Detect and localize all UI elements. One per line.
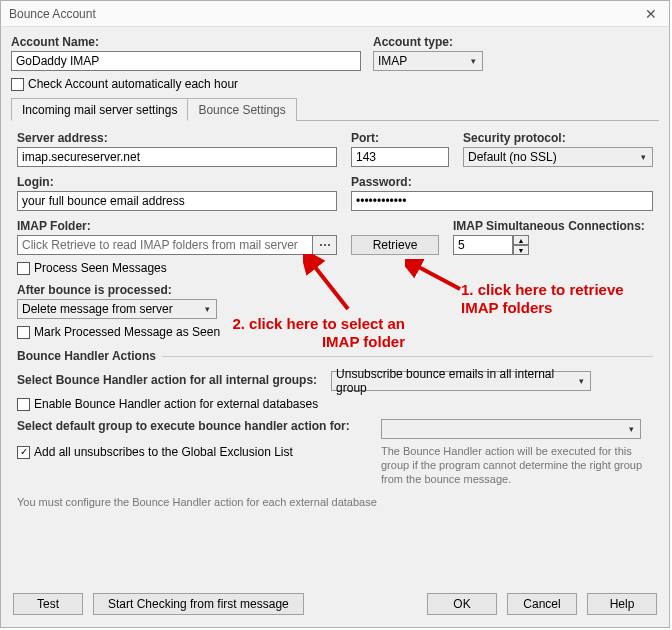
tab-bounce[interactable]: Bounce Settings <box>187 98 296 121</box>
imap-conn-input[interactable] <box>453 235 513 255</box>
process-seen-checkbox[interactable] <box>17 262 30 275</box>
server-address-input[interactable] <box>17 147 337 167</box>
imap-folder-input[interactable] <box>17 235 313 255</box>
bh-add-unsub-label: Add all unsubscribes to the Global Exclu… <box>34 445 293 459</box>
check-auto-checkbox[interactable] <box>11 78 24 91</box>
bounce-account-dialog: Bounce Account ✕ Account Name: Account t… <box>0 0 670 628</box>
bh-internal-label: Select Bounce Handler action for all int… <box>17 373 317 387</box>
ok-button[interactable]: OK <box>427 593 497 615</box>
port-input[interactable] <box>351 147 449 167</box>
tab-incoming[interactable]: Incoming mail server settings <box>11 98 188 121</box>
login-input[interactable] <box>17 191 337 211</box>
bh-add-unsub-checkbox[interactable] <box>17 446 30 459</box>
process-seen-label: Process Seen Messages <box>34 261 167 275</box>
account-name-input[interactable] <box>11 51 361 71</box>
bh-external-enable-checkbox[interactable] <box>17 398 30 411</box>
window-title: Bounce Account <box>9 7 96 21</box>
titlebar: Bounce Account ✕ <box>1 1 669 27</box>
security-label: Security protocol: <box>463 131 653 145</box>
port-label: Port: <box>351 131 449 145</box>
imap-conn-stepper[interactable]: ▲ ▼ <box>453 235 653 255</box>
password-label: Password: <box>351 175 653 189</box>
help-button[interactable]: Help <box>587 593 657 615</box>
bh-default-group-select[interactable] <box>381 419 641 439</box>
imap-conn-down[interactable]: ▼ <box>513 245 529 255</box>
password-input[interactable] <box>351 191 653 211</box>
account-type-label: Account type: <box>373 35 483 49</box>
close-icon[interactable]: ✕ <box>641 6 661 22</box>
security-select[interactable]: Default (no SSL) <box>463 147 653 167</box>
login-label: Login: <box>17 175 337 189</box>
after-bounce-label: After bounce is processed: <box>17 283 653 297</box>
imap-folder-label: IMAP Folder: <box>17 219 337 233</box>
retrieve-button[interactable]: Retrieve <box>351 235 439 255</box>
account-name-label: Account Name: <box>11 35 361 49</box>
start-checking-button[interactable]: Start Checking from first message <box>93 593 304 615</box>
imap-conn-up[interactable]: ▲ <box>513 235 529 245</box>
account-type-select[interactable]: IMAP <box>373 51 483 71</box>
cancel-button[interactable]: Cancel <box>507 593 577 615</box>
mark-processed-checkbox[interactable] <box>17 326 30 339</box>
bh-external-enable-label: Enable Bounce Handler action for externa… <box>34 397 318 411</box>
tabs: Incoming mail server settings Bounce Set… <box>11 97 659 121</box>
bh-default-group-label: Select default group to execute bounce h… <box>17 419 367 433</box>
bounce-handler-section: Bounce Handler Actions <box>17 349 653 363</box>
after-bounce-select[interactable]: Delete message from server <box>17 299 217 319</box>
bh-help-text: The Bounce Handler action will be execut… <box>381 445 643 486</box>
check-auto-label: Check Account automatically each hour <box>28 77 238 91</box>
test-button[interactable]: Test <box>13 593 83 615</box>
mark-processed-label: Mark Processed Message as Seen <box>34 325 220 339</box>
bh-internal-select[interactable]: Unsubscribe bounce emails in all interna… <box>331 371 591 391</box>
imap-conn-label: IMAP Simultaneous Connections: <box>453 219 653 233</box>
bh-note: You must configure the Bounce Handler ac… <box>17 496 653 510</box>
server-address-label: Server address: <box>17 131 337 145</box>
dialog-footer: Test Start Checking from first message O… <box>1 583 669 627</box>
imap-folder-browse-button[interactable]: ⋯ <box>313 235 337 255</box>
